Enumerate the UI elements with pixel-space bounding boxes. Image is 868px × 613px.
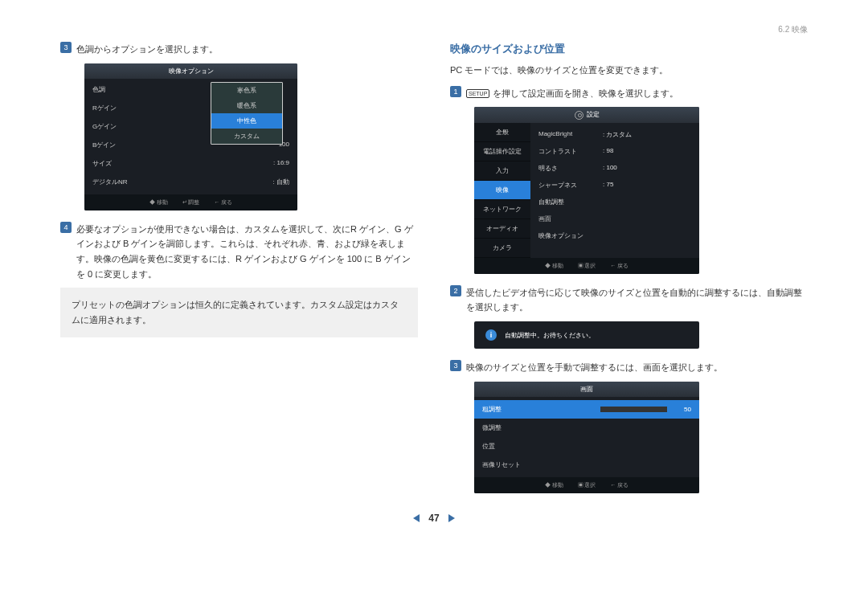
osd1-item-tone[interactable]: 色調 [92,85,157,94]
footer-adjust: ↵ 調整 [182,198,200,206]
osd1-footer: ◆ 移動 ↵ 調整 ← 戻る [84,194,297,210]
next-page-icon[interactable] [448,514,455,522]
row-contrast[interactable]: コントラスト: 98 [530,143,699,160]
popup-custom[interactable]: カスタム [211,129,282,144]
osd2-sidebar: 全般 電話操作設定 入力 映像 ネットワーク オーディオ カメラ [474,123,530,258]
two-column-layout: 3 色調からオプションを選択します。 映像オプション 色調 Rゲイン Gゲイン … [60,42,808,505]
step-1-right: 1 SETUPを押して設定画面を開き、映像を選択します。 [450,86,808,101]
step-2-right: 2 受信したビデオ信号に応じて映像のサイズと位置を自動的に調整するには、自動調整… [450,285,808,315]
row-fine[interactable]: 微調整 [482,423,547,432]
step-number-2r: 2 [450,285,461,296]
osd2-title: 設定 [474,107,699,122]
sidebar-network[interactable]: ネットワーク [474,200,530,219]
osd1-item-ggain[interactable]: Gゲイン [92,122,157,131]
gear-icon [575,111,583,120]
step-2r-text: 受信したビデオ信号に応じて映像のサイズと位置を自動的に調整するには、自動調整を選… [466,285,808,315]
sidebar-video[interactable]: 映像 [474,181,530,200]
row-autoadjust[interactable]: 自動調整 [530,194,699,210]
row-brightness[interactable]: 明るさ: 100 [530,160,699,177]
row-position[interactable]: 位置 [482,442,547,451]
footer2-move: ◆ 移動 [545,262,563,270]
footer3-back: ← 戻る [610,481,628,489]
auto-adjust-info: i 自動調整中。お待ちください。 [474,321,699,349]
header-section-ref: 6.2 映像 [60,24,808,35]
page-number: 47 [428,513,439,524]
step-3-right: 3 映像のサイズと位置を手動で調整するには、画面を選択します。 [450,360,808,375]
osd1-item-digitalnr: デジタルNR [92,178,157,186]
tone-popup: 寒色系 暖色系 中性色 カスタム [211,82,283,145]
row-reset[interactable]: 画像リセット [482,460,547,469]
osd1-item-size[interactable]: サイズ [92,159,157,168]
left-column: 3 色調からオプションを選択します。 映像オプション 色調 Rゲイン Gゲイン … [60,42,418,505]
osd3-title: 画面 [474,382,699,397]
intro-text: PC モードでは、映像のサイズと位置を変更できます。 [450,63,808,78]
footer2-select: ▣ 選択 [578,262,596,270]
osd-settings: 設定 全般 電話操作設定 入力 映像 ネットワーク オーディオ カメラ Magi… [474,107,699,273]
sidebar-camera[interactable]: カメラ [474,239,530,258]
document-page: 6.2 映像 3 色調からオプションを選択します。 映像オプション 色調 Rゲイ… [0,0,868,532]
right-column: 映像のサイズおよび位置 PC モードでは、映像のサイズと位置を変更できます。 1… [450,42,808,505]
page-navigation: 47 [60,513,808,524]
row-videoopts[interactable]: 映像オプション [530,227,699,244]
step-number-4: 4 [60,222,72,233]
footer2-back: ← 戻る [610,262,628,270]
osd1-item-rgain[interactable]: Rゲイン [92,104,157,112]
row-sharpness[interactable]: シャープネス: 75 [530,177,699,194]
info-text: 自動調整中。お待ちください。 [505,331,595,340]
osd-video-options: 映像オプション 色調 Rゲイン Gゲイン Bゲイン100 サイズ: 16:9 デ… [84,63,297,210]
step-number-3r: 3 [450,360,461,371]
osd1-title: 映像オプション [84,63,297,79]
prev-page-icon[interactable] [413,514,420,522]
footer-move: ◆ 移動 [149,198,168,206]
step-3r-text: 映像のサイズと位置を手動で調整するには、画面を選択します。 [466,360,808,375]
setup-key-icon: SETUP [466,89,489,98]
step-3: 3 色調からオプションを選択します。 [60,42,418,57]
info-icon: i [485,329,497,341]
sidebar-general[interactable]: 全般 [474,123,530,142]
step-number-1r: 1 [450,86,461,97]
row-screen[interactable]: 画面 [530,210,699,227]
slider-coarse[interactable] [533,407,667,412]
osd2-footer: ◆ 移動 ▣ 選択 ← 戻る [474,258,699,274]
popup-cool[interactable]: 寒色系 [211,83,282,98]
step-1r-text: SETUPを押して設定画面を開き、映像を選択します。 [466,86,808,101]
footer-back: ← 戻る [214,198,232,206]
popup-neutral[interactable]: 中性色 [211,113,282,129]
step-4-text: 必要なオプションが使用できない場合は、カスタムを選択して、次にR ゲイン、G ゲ… [76,222,418,282]
sidebar-audio[interactable]: オーディオ [474,219,530,239]
popup-warm[interactable]: 暖色系 [211,98,282,113]
sidebar-input[interactable]: 入力 [474,161,530,181]
footer3-select: ▣ 選択 [578,481,596,489]
osd2-content: MagicBright: カスタム コントラスト: 98 明るさ: 100 シャ… [530,123,699,258]
step-3-text: 色調からオプションを選択します。 [76,42,418,57]
footer3-move: ◆ 移動 [545,481,563,489]
sidebar-phone[interactable]: 電話操作設定 [474,142,530,161]
section-title-size-pos: 映像のサイズおよび位置 [450,42,808,56]
preset-note: プリセットの色調オプションは恒久的に定義されています。カスタム設定はカスタムに適… [60,288,418,337]
osd1-item-bgain[interactable]: Bゲイン [92,141,157,149]
step-4: 4 必要なオプションが使用できない場合は、カスタムを選択して、次にR ゲイン、G… [60,222,418,282]
osd-screen: 画面 粗調整 50 微調整 位置 画像リセット ◆ 移動 ▣ 選択 ← 戻る [474,382,699,493]
osd3-footer: ◆ 移動 ▣ 選択 ← 戻る [474,477,699,493]
row-magicbright[interactable]: MagicBright: カスタム [530,126,699,143]
row-coarse[interactable]: 粗調整 50 [474,400,699,419]
step-number-3: 3 [60,42,72,53]
